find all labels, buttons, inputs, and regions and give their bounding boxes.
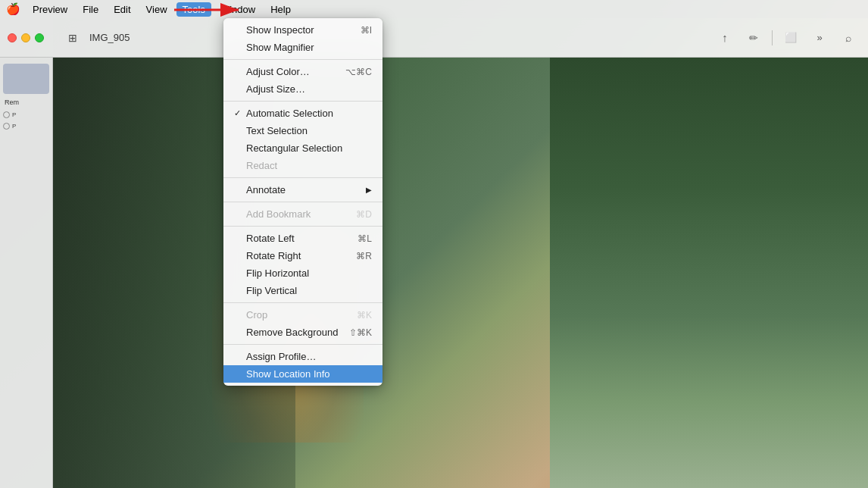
rotate-right-shortcut: ⌘R [356,251,372,261]
tools-dropdown-menu: Show Inspector ⌘I Show Magnifier Adjust … [223,18,382,386]
minimize-button[interactable] [21,33,30,42]
crop-toolbar-button[interactable]: ⬜ [780,27,801,48]
menu-show-magnifier[interactable]: Show Magnifier [223,39,382,56]
show-inspector-label: Show Inspector [246,24,314,36]
menu-automatic-selection[interactable]: ✓ Automatic Selection [223,105,382,122]
toolbar-filename: IMG_905 [89,32,130,43]
show-location-info-label: Show Location Info [246,368,330,380]
menu-text-selection[interactable]: Text Selection [223,122,382,139]
apple-menu[interactable]: 🍎 [6,2,20,16]
more-tools-button[interactable]: » [809,27,830,48]
rotate-left-label: Rotate Left [246,233,295,244]
remove-background-shortcut: ⇧⌘K [349,327,372,338]
menu-preview[interactable]: Preview [27,2,73,17]
show-magnifier-label: Show Magnifier [246,42,314,53]
flip-vertical-label: Flip Vertical [246,285,297,296]
adjust-color-label: Adjust Color… [246,66,310,77]
menu-remove-background[interactable]: Remove Background ⇧⌘K [223,324,382,341]
divider-5 [223,226,382,227]
window-layout-button[interactable]: ⊞ [62,27,83,48]
menu-show-inspector[interactable]: Show Inspector ⌘I [223,21,382,39]
sidebar: Rem P P [0,58,53,488]
background-scene [0,0,868,488]
menubar: 🍎 Preview File Edit View Tools Window He… [0,0,868,18]
annotate-label: Annotate [246,184,286,196]
divider-6 [223,302,382,303]
text-selection-label: Text Selection [246,125,308,136]
toolbar: ⊞ IMG_905 ↑ ✏ ⬜ » ⌕ [53,18,868,58]
markup-button[interactable]: ✏ [743,27,764,48]
divider-3 [223,177,382,178]
crop-shortcut: ⌘K [357,310,372,321]
menu-file[interactable]: File [76,2,105,17]
sidebar-remove-label: Rem [3,97,49,108]
menu-rotate-left[interactable]: Rotate Left ⌘L [223,230,382,247]
menu-add-bookmark: Add Bookmark ⌘D [223,205,382,223]
menu-adjust-size[interactable]: Adjust Size… [223,80,382,98]
menu-show-location-info[interactable]: Show Location Info [223,365,382,383]
rotate-left-shortcut: ⌘L [358,233,372,244]
search-button[interactable]: ⌕ [838,27,859,48]
flip-horizontal-label: Flip Horizontal [246,267,309,279]
menu-adjust-color[interactable]: Adjust Color… ⌥⌘C [223,63,382,80]
menu-help[interactable]: Help [264,2,297,17]
annotate-arrow: ▶ [366,186,372,194]
sidebar-thumbnail [3,64,49,94]
sidebar-option-1: P [3,111,49,119]
menu-edit[interactable]: Edit [108,2,136,17]
option-1-label: P [12,111,16,118]
checkmark-automatic-selection: ✓ [234,108,245,118]
toolbar-divider [772,30,773,45]
rectangular-selection-label: Rectangular Selection [246,142,342,154]
adjust-color-shortcut: ⌥⌘C [345,67,372,77]
close-button[interactable] [8,33,17,42]
window-chrome [0,18,53,58]
show-inspector-shortcut: ⌘I [361,25,372,36]
add-bookmark-shortcut: ⌘D [356,209,372,220]
sidebar-option-2: P [3,122,49,130]
option-2-label: P [12,123,16,130]
menu-tools[interactable]: Tools [176,2,211,17]
menu-rotate-right[interactable]: Rotate Right ⌘R [223,247,382,264]
menu-view[interactable]: View [140,2,173,17]
divider-4 [223,202,382,202]
trees-bg [550,58,868,488]
radio-1[interactable] [3,111,10,118]
divider-2 [223,101,382,102]
automatic-selection-label: Automatic Selection [246,108,333,119]
remove-background-label: Remove Background [246,327,338,338]
menu-annotate[interactable]: Annotate ▶ [223,181,382,199]
menu-window[interactable]: Window [214,2,261,17]
menu-assign-profile[interactable]: Assign Profile… [223,348,382,365]
menu-flip-vertical[interactable]: Flip Vertical [223,282,382,299]
assign-profile-label: Assign Profile… [246,351,316,362]
divider-1 [223,59,382,60]
fullscreen-button[interactable] [35,33,44,42]
share-button[interactable]: ↑ [714,27,735,48]
crop-label: Crop [246,309,267,321]
menu-flip-horizontal[interactable]: Flip Horizontal [223,264,382,282]
rotate-right-label: Rotate Right [246,250,301,261]
menu-rectangular-selection[interactable]: Rectangular Selection [223,139,382,157]
menu-crop: Crop ⌘K [223,306,382,324]
add-bookmark-label: Add Bookmark [246,208,311,220]
divider-7 [223,344,382,345]
menu-redact: Redact [223,157,382,174]
adjust-size-label: Adjust Size… [246,83,305,95]
redact-label: Redact [246,160,277,171]
radio-2[interactable] [3,123,10,130]
